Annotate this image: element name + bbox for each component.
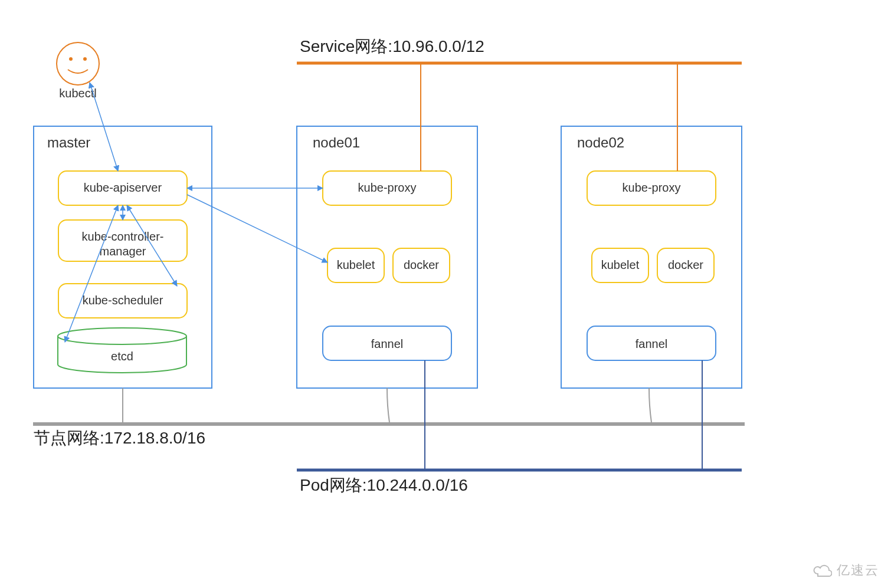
arrow-apiserver-etcd (65, 205, 118, 342)
svg-point-0 (57, 42, 99, 85)
node01-proxy-label: kube-proxy (358, 181, 417, 194)
node02-flannel-label: fannel (636, 337, 668, 350)
node01-node-link (387, 388, 389, 422)
kube-apiserver-label: kube-apiserver (84, 181, 162, 194)
node-network-label: 节点网络:172.18.8.0/16 (34, 429, 205, 447)
node02-node-link (649, 388, 651, 422)
arrow-apiserver-kubelet (187, 195, 327, 262)
architecture-diagram: Service网络:10.96.0.0/12 节点网络:172.18.8.0/1… (0, 0, 891, 588)
node01-kubelet-label: kubelet (337, 258, 375, 271)
watermark: 亿速云 (812, 561, 879, 579)
svg-point-1 (69, 57, 73, 61)
master-title: master (47, 134, 90, 150)
kube-scheduler-label: kube-scheduler (83, 294, 163, 307)
node02-proxy-label: kube-proxy (623, 181, 681, 194)
service-network-label: Service网络:10.96.0.0/12 (300, 37, 484, 55)
watermark-text: 亿速云 (837, 561, 879, 579)
node02-kubelet-label: kubelet (601, 258, 640, 271)
kube-controller-label-line2: manager (100, 245, 146, 258)
node02-docker-label: docker (668, 258, 703, 271)
pod-network-label: Pod网络:10.244.0.0/16 (300, 476, 468, 494)
svg-point-2 (83, 57, 87, 61)
kubectl-label: kubectl (59, 87, 96, 100)
node01-flannel-label: fannel (371, 337, 404, 350)
kube-controller-label-line1: kube-controller- (82, 230, 164, 243)
svg-point-3 (58, 328, 186, 344)
kubectl-icon (57, 42, 99, 85)
node01-title: node01 (313, 134, 360, 150)
node02-title: node02 (577, 134, 624, 150)
etcd-label: etcd (111, 350, 133, 363)
node01-docker-label: docker (404, 258, 439, 271)
